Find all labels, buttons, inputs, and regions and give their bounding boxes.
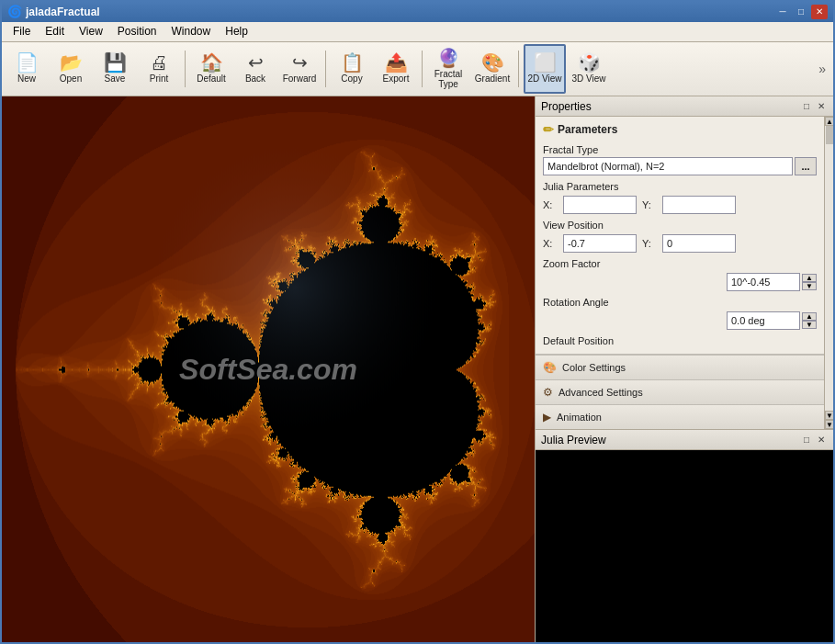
advanced-settings-section[interactable]: ⚙ Advanced Settings — [536, 379, 824, 404]
rotation-up-btn[interactable]: ▲ — [802, 312, 817, 321]
view-position-label: View Position — [543, 220, 817, 231]
toolbar-3d-view[interactable]: 🎲 3D View — [568, 44, 610, 94]
fractal-type-dots-btn[interactable]: ... — [795, 157, 817, 175]
julia-header-buttons: □ ✕ — [800, 434, 828, 446]
julia-y-input[interactable] — [662, 196, 736, 214]
params-content: ✏ Parameters Fractal Type ... Julia Para… — [536, 117, 824, 429]
properties-panel-header: Properties □ ✕ — [536, 96, 833, 117]
zoom-factor-label: Zoom Factor — [543, 258, 817, 269]
app-title: jaladaFractual — [26, 6, 100, 18]
toolbar-sep-2 — [325, 51, 326, 87]
scroll-track[interactable] — [825, 126, 833, 411]
toolbar-gradient[interactable]: 🎨 Gradient — [471, 44, 513, 94]
params-scrollbar[interactable]: ▲ ▼ ▼ — [824, 117, 833, 429]
view-y-label: Y: — [642, 238, 657, 249]
default-icon: 🏠 — [200, 53, 223, 72]
default-position-label: Default Position — [543, 335, 817, 346]
menu-help[interactable]: Help — [218, 23, 255, 40]
color-settings-icon: 🎨 — [543, 361, 557, 374]
properties-title: Properties — [541, 100, 592, 113]
menu-window[interactable]: Window — [164, 23, 219, 40]
gradient-icon: 🎨 — [481, 53, 504, 72]
zoom-spinbox-row: ▲ ▼ — [543, 273, 817, 291]
back-label: Back — [245, 73, 265, 84]
animation-label: Animation — [557, 412, 602, 423]
fractal-type-icon: 🔮 — [437, 49, 460, 67]
view-x-label: X: — [543, 238, 558, 249]
rotation-down-btn[interactable]: ▼ — [802, 321, 817, 329]
export-icon: 📤 — [385, 53, 408, 72]
toolbar-copy[interactable]: 📋 Copy — [331, 44, 373, 94]
scroll-thumb[interactable] — [826, 126, 833, 144]
julia-x-input[interactable] — [563, 196, 637, 214]
julia-maximize-btn[interactable]: □ — [800, 434, 813, 446]
view-y-input[interactable] — [662, 234, 736, 253]
fractal-canvas[interactable] — [2, 96, 535, 642]
scroll-bottom-btn[interactable]: ▼ — [825, 420, 834, 429]
animation-icon: ▶ — [543, 411, 551, 424]
export-label: Export — [383, 73, 410, 84]
minimize-button[interactable]: ─ — [774, 5, 791, 19]
print-icon: 🖨 — [150, 53, 168, 72]
panel-close-btn[interactable]: ✕ — [815, 100, 828, 113]
fractal-canvas-area[interactable]: SoftSea.com — [2, 96, 535, 642]
menu-file[interactable]: File — [6, 23, 38, 40]
panel-maximize-btn[interactable]: □ — [800, 100, 813, 113]
toolbar-forward[interactable]: ↪ Forward — [278, 44, 321, 94]
zoom-input[interactable] — [727, 273, 800, 291]
menu-bar: File Edit View Position Window Help — [2, 22, 833, 42]
zoom-up-btn[interactable]: ▲ — [802, 274, 817, 282]
julia-preview-header: Julia Preview □ ✕ — [536, 430, 833, 450]
params-scrollable: ✏ Parameters Fractal Type ... Julia Para… — [536, 117, 833, 429]
toolbar-back[interactable]: ↩ Back — [234, 44, 276, 94]
app-window: 🌀 jaladaFractual ─ □ ✕ File Edit View Po… — [0, 0, 835, 644]
parameters-title: Parameters — [558, 123, 617, 136]
animation-header[interactable]: ▶ Animation — [536, 405, 824, 429]
fractal-type-input[interactable] — [543, 157, 793, 175]
toolbar-sep-1 — [185, 51, 186, 87]
julia-close-btn[interactable]: ✕ — [815, 434, 828, 446]
save-icon: 💾 — [104, 53, 127, 72]
toolbar: 📄 New 📂 Open 💾 Save 🖨 Print 🏠 Default ↩ … — [2, 42, 833, 96]
new-label: New — [17, 73, 36, 84]
toolbar-print[interactable]: 🖨 Print — [138, 44, 180, 94]
advanced-settings-header[interactable]: ⚙ Advanced Settings — [536, 380, 824, 404]
toolbar-open[interactable]: 📂 Open — [50, 44, 92, 94]
julia-params-label: Julia Parameters — [543, 181, 817, 192]
view-x-input[interactable] — [563, 234, 637, 253]
new-icon: 📄 — [16, 53, 39, 72]
copy-icon: 📋 — [341, 53, 364, 72]
toolbar-fractal-type[interactable]: 🔮 Fractal Type — [427, 44, 469, 94]
menu-position[interactable]: Position — [110, 23, 164, 40]
scroll-up-arrow[interactable]: ▲ — [825, 117, 834, 126]
2d-view-label: 2D View — [527, 73, 561, 84]
zoom-down-btn[interactable]: ▼ — [802, 282, 817, 290]
app-icon: 🌀 — [7, 5, 22, 18]
color-settings-section[interactable]: 🎨 Color Settings — [536, 355, 824, 379]
open-icon: 📂 — [60, 53, 83, 72]
rotation-input[interactable] — [727, 311, 800, 330]
toolbar-2d-view[interactable]: ⬜ 2D View — [524, 44, 566, 94]
print-label: Print — [150, 73, 169, 84]
parameters-section-header: ✏ Parameters — [543, 122, 817, 137]
view-position-row: X: Y: — [543, 234, 817, 253]
toolbar-new[interactable]: 📄 New — [6, 44, 48, 94]
gradient-label: Gradient — [475, 73, 510, 84]
menu-edit[interactable]: Edit — [38, 23, 72, 40]
toolbar-save[interactable]: 💾 Save — [94, 44, 136, 94]
fractal-type-label: Fractal Type — [430, 69, 467, 89]
animation-section[interactable]: ▶ Animation — [536, 404, 824, 429]
title-bar: 🌀 jaladaFractual ─ □ ✕ — [2, 2, 833, 22]
toolbar-more[interactable]: » — [815, 62, 829, 76]
close-button[interactable]: ✕ — [811, 5, 828, 19]
color-settings-header[interactable]: 🎨 Color Settings — [536, 356, 824, 379]
toolbar-default[interactable]: 🏠 Default — [190, 44, 232, 94]
maximize-button[interactable]: □ — [793, 5, 809, 19]
menu-view[interactable]: View — [72, 23, 110, 40]
toolbar-export[interactable]: 📤 Export — [375, 44, 417, 94]
julia-x-label: X: — [543, 199, 558, 210]
fractal-type-field-label: Fractal Type — [543, 144, 817, 155]
rotation-label: Rotation Angle — [543, 297, 817, 308]
scroll-down-arrow[interactable]: ▼ — [825, 411, 834, 420]
back-icon: ↩ — [248, 53, 264, 72]
